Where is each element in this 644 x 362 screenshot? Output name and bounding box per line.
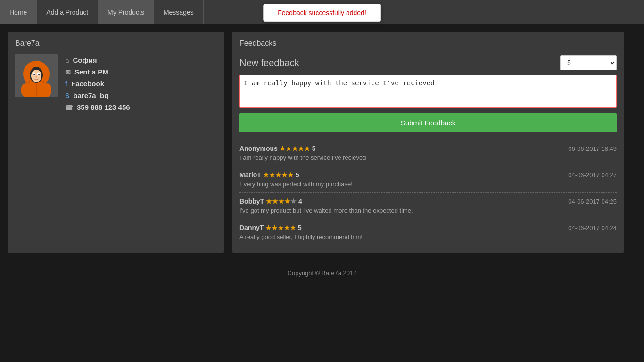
star-filled: ★ <box>280 145 286 152</box>
feedback-meta: BobbyT ★★★★★ 4 04-06-2017 04:25 <box>239 197 617 205</box>
feedbacks-title: Feedbacks <box>239 39 617 48</box>
star-filled: ★ <box>278 197 284 205</box>
mail-icon: ✉ <box>65 68 71 76</box>
svg-point-8 <box>38 74 40 75</box>
feedback-entry: BobbyT ★★★★★ 4 04-06-2017 04:25 I've got… <box>239 192 617 219</box>
avatar <box>15 54 58 97</box>
star-filled: ★ <box>266 197 272 205</box>
facebook-icon: f <box>65 80 67 88</box>
profile-info: ⌂ София ✉ Sent a PM f Facebook S bare7a_… <box>65 54 130 111</box>
star-filled: ★ <box>288 171 294 179</box>
profile-phone: ☎ 359 888 123 456 <box>65 103 130 111</box>
feedback-date: 04-06-2017 04:25 <box>568 198 617 205</box>
feedbacks-panel: Feedbacks New feedback 5 1 2 3 4 I am re… <box>232 32 624 253</box>
feedback-text: A really good seller, I highlly recommen… <box>239 233 617 240</box>
svg-point-7 <box>33 74 35 75</box>
profile-title: Bare7a <box>15 39 217 48</box>
star-filled: ★ <box>272 197 278 205</box>
feedback-entry: MarioT ★★★★★ 5 04-06-2017 04:27 Everythi… <box>239 166 617 192</box>
feedback-author: DannyT ★★★★★ 5 <box>239 224 302 231</box>
nav-messages[interactable]: Messages <box>154 0 204 24</box>
star-filled: ★ <box>263 171 269 179</box>
feedback-entry: DannyT ★★★★★ 5 04-06-2017 04:24 A really… <box>239 219 617 245</box>
toast-notification: Feedback successfully added! <box>263 4 381 22</box>
star-filled: ★ <box>272 224 278 231</box>
star-filled: ★ <box>290 224 296 231</box>
nav-my-products[interactable]: My Products <box>98 0 154 24</box>
feedback-date: 06-06-2017 18:49 <box>568 145 617 152</box>
profile-skype: S bare7a_bg <box>65 91 130 99</box>
feedback-list: Anonymous ★★★★★ 5 06-06-2017 18:49 I am … <box>239 140 617 245</box>
feedback-author: BobbyT ★★★★★ 4 <box>239 197 302 205</box>
feedback-date: 04-06-2017 04:27 <box>568 172 617 179</box>
feedback-text: I've got my product but I've waited more… <box>239 207 617 214</box>
star-filled: ★ <box>275 171 281 179</box>
star-filled: ★ <box>269 171 275 179</box>
star-filled: ★ <box>292 145 298 152</box>
feedback-date: 04-06-2017 04:24 <box>568 224 617 231</box>
main-content: Bare7a <box>0 24 632 260</box>
star-filled: ★ <box>278 224 284 231</box>
svg-point-9 <box>35 76 37 78</box>
profile-body: ⌂ София ✉ Sent a PM f Facebook S bare7a_… <box>15 54 217 111</box>
star-filled: ★ <box>286 145 292 152</box>
rating-select[interactable]: 5 1 2 3 4 <box>560 55 617 70</box>
star-filled: ★ <box>298 145 304 152</box>
feedback-text: I am really happy with the service I've … <box>239 154 617 161</box>
feedback-meta: MarioT ★★★★★ 5 04-06-2017 04:27 <box>239 171 617 179</box>
feedback-meta: DannyT ★★★★★ 5 04-06-2017 04:24 <box>239 224 617 231</box>
nav-home[interactable]: Home <box>0 0 37 24</box>
star-filled: ★ <box>304 145 310 152</box>
profile-panel: Bare7a <box>8 32 224 253</box>
new-feedback-title: New feedback <box>239 58 299 68</box>
profile-send-pm[interactable]: ✉ Sent a PM <box>65 68 130 76</box>
profile-facebook[interactable]: f Facebook <box>65 80 130 88</box>
star-filled: ★ <box>284 224 290 231</box>
feedback-meta: Anonymous ★★★★★ 5 06-06-2017 18:49 <box>239 145 617 152</box>
footer-text: Copyright © Bare7a 2017 <box>288 270 357 277</box>
star-filled: ★ <box>281 171 288 179</box>
new-feedback-header: New feedback 5 1 2 3 4 <box>239 55 617 70</box>
star-filled: ★ <box>284 197 290 205</box>
footer: Copyright © Bare7a 2017 <box>0 260 644 286</box>
home-icon: ⌂ <box>65 57 69 64</box>
feedback-textarea[interactable]: I am really happy with the service I've … <box>239 75 617 108</box>
svg-point-4 <box>31 70 41 82</box>
feedback-author: MarioT ★★★★★ 5 <box>239 171 299 179</box>
submit-feedback-button[interactable]: Submit Feedback <box>239 113 617 132</box>
skype-icon: S <box>65 92 69 99</box>
star-filled: ★ <box>265 224 272 231</box>
star-empty: ★ <box>290 197 297 205</box>
phone-icon: ☎ <box>65 104 73 111</box>
feedback-author: Anonymous ★★★★★ 5 <box>239 145 315 152</box>
nav-add-product[interactable]: Add a Product <box>37 0 98 24</box>
navbar: Home Add a Product My Products Messages … <box>0 0 644 24</box>
profile-location: ⌂ София <box>65 56 130 64</box>
feedback-text: Everything was perfect with my purchase! <box>239 181 617 188</box>
feedback-entry: Anonymous ★★★★★ 5 06-06-2017 18:49 I am … <box>239 140 617 166</box>
